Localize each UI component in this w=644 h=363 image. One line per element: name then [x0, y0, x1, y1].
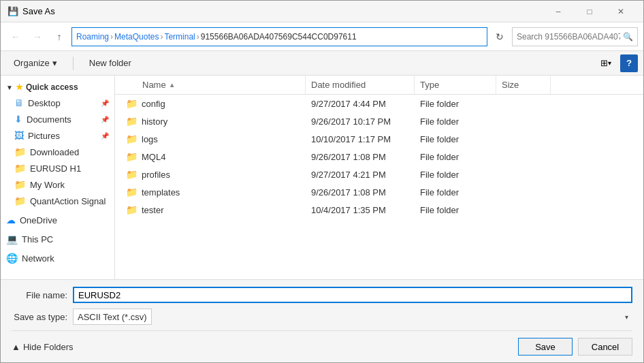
table-row[interactable]: 📁 profiles 9/27/2017 4:21 PM File folder: [115, 165, 643, 183]
thispc-section: 💻 This PC: [1, 231, 114, 247]
chevron-up-icon: ▲: [12, 342, 20, 352]
file-type-cell: File folder: [415, 134, 496, 144]
file-date-cell: 10/10/2017 1:17 PM: [306, 134, 415, 144]
quick-access-section: ▼ ★ Quick access 🖥 Desktop 📌 ⬇ Documents…: [1, 78, 114, 209]
folder-icon: 📁: [126, 151, 138, 162]
back-button[interactable]: ←: [6, 27, 25, 46]
toolbar-separator: [73, 57, 74, 70]
bottom-section: File name: Save as type: ASCII Text (*.c…: [1, 279, 643, 362]
file-date-cell: 10/4/2017 1:35 PM: [306, 205, 415, 215]
search-icon: 🔍: [623, 32, 633, 42]
table-row[interactable]: 📁 MQL4 9/26/2017 1:08 PM File folder: [115, 148, 643, 165]
bottom-buttons: ▲ Hide Folders Save Cancel: [12, 330, 632, 356]
minimize-button[interactable]: –: [543, 1, 574, 22]
table-row[interactable]: 📁 templates 9/26/2017 1:08 PM File folde…: [115, 183, 643, 201]
file-type-cell: File folder: [415, 170, 496, 180]
help-button[interactable]: ?: [620, 54, 638, 72]
chevron-down-icon: ▼: [6, 84, 13, 91]
forward-button[interactable]: →: [28, 27, 47, 46]
folder-icon: 📁: [126, 204, 138, 215]
sidebar-item-pictures[interactable]: 🖼 Pictures 📌: [1, 127, 114, 144]
folder-icon: 📁: [126, 187, 138, 198]
breadcrumb-terminal[interactable]: Terminal: [164, 32, 195, 42]
file-type-cell: File folder: [415, 187, 496, 198]
savetype-row: Save as type: ASCII Text (*.csv) ▾: [12, 309, 632, 325]
savetype-label: Save as type:: [12, 312, 73, 322]
filename-row: File name:: [12, 287, 632, 303]
file-type-cell: File folder: [415, 99, 496, 109]
sidebar-item-mywork[interactable]: 📁 My Work: [1, 176, 114, 193]
window-icon: 💾: [7, 6, 18, 17]
hide-folders-toggle[interactable]: ▲ Hide Folders: [12, 342, 513, 352]
file-date-cell: 9/27/2017 4:44 PM: [306, 99, 415, 109]
refresh-button[interactable]: ↻: [490, 27, 509, 46]
folder-icon: 📁: [126, 133, 138, 144]
view-icon: ⊞: [600, 58, 608, 68]
file-name-cell: 📁 tester: [115, 204, 306, 215]
sidebar-item-desktop[interactable]: 🖥 Desktop 📌: [1, 95, 114, 111]
save-button[interactable]: Save: [518, 338, 573, 356]
savetype-select[interactable]: ASCII Text (*.csv): [73, 309, 152, 325]
table-row[interactable]: 📁 tester 10/4/2017 1:35 PM File folder: [115, 201, 643, 219]
view-dropdown-icon: ▾: [608, 59, 611, 67]
savetype-wrapper: ASCII Text (*.csv) ▾: [73, 309, 632, 325]
sidebar-item-downloaded[interactable]: 📁 Downloaded: [1, 144, 114, 160]
filename-input[interactable]: [73, 287, 632, 303]
new-folder-button[interactable]: New folder: [82, 54, 139, 72]
column-date-modified[interactable]: Date modified: [306, 76, 415, 94]
onedrive-section: ☁ OneDrive: [1, 212, 114, 228]
sidebar-item-network[interactable]: 🌐 Network: [1, 250, 114, 266]
search-input[interactable]: [517, 32, 620, 42]
breadcrumb-metaquotes[interactable]: MetaQuotes: [114, 32, 159, 42]
organize-button[interactable]: Organize ▾: [6, 54, 65, 72]
sidebar-item-quantaction[interactable]: 📁 QuantAction Signal: [1, 193, 114, 209]
file-name-cell: 📁 MQL4: [115, 151, 306, 162]
pin-icon: 📌: [101, 116, 109, 123]
file-date-cell: 9/26/2017 1:08 PM: [306, 152, 415, 162]
search-box: 🔍: [512, 27, 638, 46]
file-name-cell: 📁 logs: [115, 133, 306, 144]
pin-icon: 📌: [101, 99, 109, 107]
file-name-cell: 📁 config: [115, 98, 306, 109]
sidebar-item-eurusd[interactable]: 📁 EURUSD H1: [1, 160, 114, 176]
file-rows-container: 📁 config 9/27/2017 4:44 PM File folder 📁…: [115, 95, 643, 219]
view-button[interactable]: ⊞ ▾: [597, 54, 615, 72]
folder-icon: 📁: [14, 195, 26, 206]
file-date-cell: 9/27/2017 4:21 PM: [306, 170, 415, 180]
window-title: Save As: [22, 6, 543, 16]
file-name-cell: 📁 templates: [115, 187, 306, 198]
breadcrumb-current: 915566BA06ADA407569C544CC0D97611: [201, 32, 357, 42]
table-row[interactable]: 📁 logs 10/10/2017 1:17 PM File folder: [115, 130, 643, 148]
sidebar-item-thispc[interactable]: 💻 This PC: [1, 231, 114, 247]
folder-icon: 📁: [14, 146, 26, 157]
up-button[interactable]: ↑: [50, 27, 69, 46]
table-row[interactable]: 📁 history 9/26/2017 10:17 PM File folder: [115, 112, 643, 130]
folder-icon: 📁: [126, 169, 138, 180]
close-button[interactable]: ✕: [605, 1, 637, 22]
pictures-icon: 🖼: [14, 130, 24, 141]
breadcrumb-roaming[interactable]: Roaming: [76, 32, 109, 42]
chevron-down-icon: ▾: [625, 313, 628, 321]
file-list: Name ▲ Date modified Type Size 📁 config: [115, 76, 643, 279]
sidebar-item-onedrive[interactable]: ☁ OneDrive: [1, 212, 114, 228]
file-name-cell: 📁 history: [115, 116, 306, 127]
file-list-header: Name ▲ Date modified Type Size: [115, 76, 643, 95]
sort-arrow-icon: ▲: [169, 81, 176, 89]
column-size[interactable]: Size: [496, 76, 551, 94]
pin-icon: 📌: [101, 132, 109, 140]
file-date-cell: 9/26/2017 10:17 PM: [306, 116, 415, 127]
column-name[interactable]: Name ▲: [115, 76, 306, 94]
filename-label: File name:: [12, 290, 73, 300]
network-section: 🌐 Network: [1, 250, 114, 266]
cancel-button[interactable]: Cancel: [578, 338, 632, 356]
file-name-cell: 📁 profiles: [115, 169, 306, 180]
chevron-down-icon: ▾: [52, 58, 57, 68]
column-type[interactable]: Type: [415, 76, 496, 94]
table-row[interactable]: 📁 config 9/27/2017 4:44 PM File folder: [115, 95, 643, 112]
sidebar-item-documents[interactable]: ⬇ Documents 📌: [1, 111, 114, 127]
star-icon: ★: [16, 82, 23, 92]
computer-icon: 💻: [6, 234, 18, 244]
maximize-button[interactable]: □: [574, 1, 605, 22]
folder-icon: 📁: [126, 98, 138, 109]
quick-access-header[interactable]: ▼ ★ Quick access: [1, 78, 114, 95]
